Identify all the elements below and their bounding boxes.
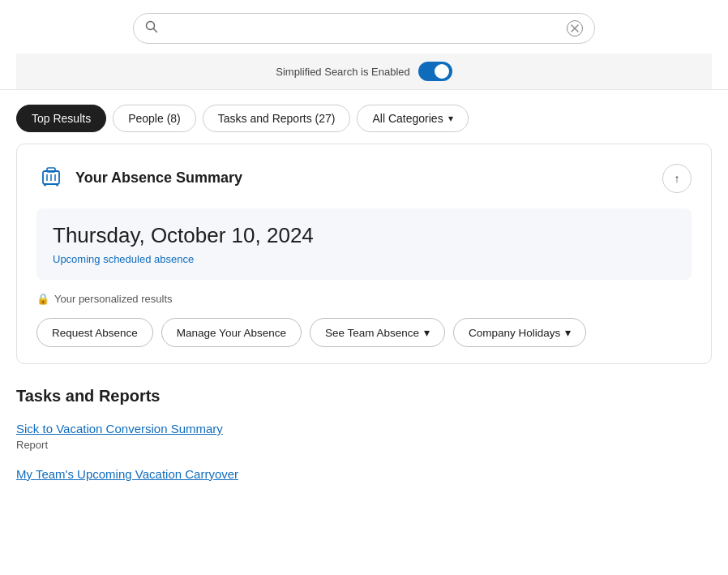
card-header-left: Your Absence Summary (36, 161, 242, 195)
report-link-sick-vacation[interactable]: Sick to Vacation Conversion Summary (16, 422, 712, 436)
manage-absence-button[interactable]: Manage Your Absence (161, 318, 302, 347)
date-main: Thursday, October 10, 2024 (53, 223, 675, 248)
filter-tabs: Top Results People (8) Tasks and Reports… (0, 90, 728, 144)
personalized-row: 🔒 Your personalized results (36, 293, 692, 305)
action-buttons: Request Absence Manage Your Absence See … (36, 318, 692, 347)
svg-line-1 (154, 29, 157, 32)
company-holidays-chevron-icon: ▾ (565, 326, 571, 339)
chevron-down-icon: ▾ (448, 113, 453, 124)
tab-all-categories[interactable]: All Categories ▾ (357, 105, 468, 132)
report-link-vacation-carryover[interactable]: My Team's Upcoming Vacation Carryover (16, 467, 712, 481)
date-subtitle: Upcoming scheduled absence (53, 253, 675, 265)
search-input[interactable]: vacation (165, 22, 567, 36)
search-bar: vacation (133, 13, 595, 44)
simplified-search-toggle[interactable] (418, 62, 452, 81)
svg-rect-5 (47, 168, 55, 172)
luggage-icon (36, 161, 66, 195)
see-team-absence-button[interactable]: See Team Absence ▾ (310, 318, 445, 347)
report-type-label-0: Report (16, 439, 712, 451)
company-holidays-button[interactable]: Company Holidays ▾ (453, 318, 586, 347)
tab-tasks-reports[interactable]: Tasks and Reports (27) (203, 105, 351, 132)
personalized-text: Your personalized results (54, 293, 173, 305)
svg-point-9 (44, 184, 46, 187)
chevron-up-icon: ↑ (674, 172, 680, 185)
main-content: Your Absence Summary ↑ Thursday, October… (0, 144, 728, 481)
clear-icon[interactable] (567, 20, 583, 36)
tab-top-results[interactable]: Top Results (16, 105, 106, 132)
tab-people[interactable]: People (8) (113, 105, 196, 132)
absence-summary-card: Your Absence Summary ↑ Thursday, October… (16, 144, 712, 364)
tasks-section: Tasks and Reports Sick to Vacation Conve… (16, 387, 712, 481)
see-team-chevron-icon: ▾ (424, 326, 430, 339)
tasks-section-title: Tasks and Reports (16, 387, 712, 406)
simplified-search-label: Simplified Search is Enabled (276, 66, 409, 78)
request-absence-button[interactable]: Request Absence (36, 318, 153, 347)
search-area: vacation Simplified Search is Enabled (0, 0, 728, 90)
collapse-button[interactable]: ↑ (662, 164, 692, 193)
search-icon (145, 20, 158, 36)
simplified-search-bar: Simplified Search is Enabled (16, 54, 712, 89)
card-title: Your Absence Summary (75, 169, 242, 187)
svg-point-10 (56, 184, 58, 187)
lock-icon: 🔒 (36, 293, 49, 305)
card-header: Your Absence Summary ↑ (36, 161, 692, 195)
date-box: Thursday, October 10, 2024 Upcoming sche… (36, 208, 692, 280)
